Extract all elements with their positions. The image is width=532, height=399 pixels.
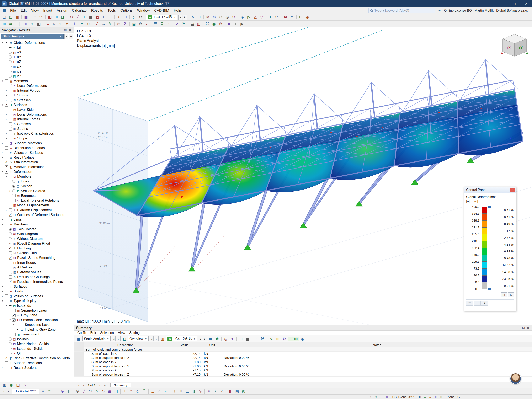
control-panel-header[interactable]: Control Panel ✕ xyxy=(464,187,516,193)
table-row[interactable]: Sum of support forces in Z-7.15kNDeviati… xyxy=(74,372,532,377)
background-layers-icon[interactable]: ▨ xyxy=(241,388,247,394)
workplane-status[interactable]: Plane: XY xyxy=(445,395,462,399)
table-row[interactable]: Sum of loads in Y-1.80kN xyxy=(74,360,532,364)
expand-icon[interactable]: ▸ xyxy=(5,123,8,125)
expand-icon[interactable]: ▸ xyxy=(1,151,4,154)
tree-item-gray-zone[interactable]: ∿Gray Zone xyxy=(0,313,74,317)
arc-tool-icon[interactable]: ◠ xyxy=(87,388,93,394)
new-model-icon[interactable]: ▢ xyxy=(1,14,7,20)
load-combinations-icon[interactable]: Ω xyxy=(159,21,165,27)
checkbox[interactable] xyxy=(8,99,12,102)
expand-icon[interactable]: ▸ xyxy=(5,118,8,120)
coordinate-z-icon[interactable]: Z xyxy=(219,388,225,394)
collapse-icon[interactable]: ▾ xyxy=(1,299,4,302)
menu-edit[interactable]: Edit xyxy=(18,7,29,13)
new-support-icon[interactable]: ⊥ xyxy=(101,14,107,20)
feedback-icon[interactable]: ≡ xyxy=(437,8,442,13)
radio-button[interactable] xyxy=(8,51,12,54)
checkbox[interactable] xyxy=(16,323,19,326)
checkbox[interactable] xyxy=(8,108,12,111)
result-tables-icon[interactable]: ⊞ xyxy=(196,14,202,20)
tree-item-strains[interactable]: ▸ΙStrains xyxy=(0,93,74,98)
units-settings-icon[interactable]: ⌘ xyxy=(260,336,266,342)
search-input[interactable] xyxy=(374,9,433,13)
checkbox[interactable] xyxy=(5,161,8,164)
expand-icon[interactable]: ▸ xyxy=(1,361,4,364)
first-workplane-button[interactable]: « xyxy=(1,389,6,393)
expand-icon[interactable]: ▸ xyxy=(5,94,8,97)
checkbox[interactable] xyxy=(8,256,12,260)
zoom-window-icon[interactable]: ⊠ xyxy=(205,14,211,20)
guidelines-icon[interactable]: ∥ xyxy=(16,21,22,27)
redo-icon[interactable]: ↷ xyxy=(38,14,44,20)
work-plane-status-icon[interactable]: ◧ xyxy=(417,395,422,399)
tree-item-solids[interactable]: ▸⊟Solids xyxy=(0,289,74,294)
tree-item-without-diagram[interactable]: ∿Without Diagram xyxy=(0,236,74,241)
checkbox[interactable] xyxy=(5,41,8,44)
table-section-row[interactable]: Sum of loads and sum of support forces xyxy=(74,348,532,352)
warnings-icon[interactable]: ⚑ xyxy=(181,21,187,27)
object-snap-status-icon[interactable]: ⊙ xyxy=(379,395,384,399)
menu-tools[interactable]: Tools xyxy=(105,7,118,13)
previous-view-icon[interactable]: ↺ xyxy=(231,14,237,20)
radio-button[interactable] xyxy=(8,60,12,63)
tree-item-hatching[interactable]: ΙHatching xyxy=(0,246,74,251)
checkbox[interactable] xyxy=(8,242,12,245)
print-table-icon[interactable]: ▤ xyxy=(244,336,250,342)
column-header-unit[interactable]: Unit xyxy=(203,342,222,347)
result-beam-icon[interactable]: Σ xyxy=(122,21,128,27)
new-surface-icon[interactable]: ▦ xyxy=(88,14,94,20)
radio-button[interactable] xyxy=(8,237,12,240)
color-scale-tab[interactable]: ☰ xyxy=(466,301,473,306)
dimensions-icon[interactable]: ↔ xyxy=(101,21,107,27)
plane-xz-status-icon[interactable]: ▱ xyxy=(428,395,433,399)
tree-item-values-on-surfaces[interactable]: ▸◩Values on Surfaces xyxy=(0,150,74,155)
radio-button[interactable] xyxy=(8,232,12,235)
model-viewport[interactable]: 29.49 m29.49 m30.00 m27.75 m27.00 m+X+Y … xyxy=(74,27,532,325)
plane-xy-status-icon[interactable]: ▭ xyxy=(423,395,427,399)
tree-item-local-deformations[interactable]: ▸∿Local Deformations xyxy=(0,83,74,88)
plane-yz-status-icon[interactable]: ▯ xyxy=(433,395,438,399)
filter-rows-icon[interactable]: ▼ xyxy=(229,336,235,342)
line-load-tool-icon[interactable]: ⇊ xyxy=(191,388,197,394)
units-and-decimals-icon[interactable]: ⌘ xyxy=(204,21,210,27)
summary-view-combo[interactable]: Overview ▼ xyxy=(128,336,149,342)
visibility-modes-icon[interactable]: ◉ xyxy=(304,14,310,20)
column-header-description[interactable]: Description xyxy=(84,342,167,347)
summary-menu-go-to[interactable]: Go To xyxy=(75,331,88,335)
checkbox[interactable] xyxy=(8,261,12,264)
scale-min-handle[interactable] xyxy=(488,288,491,290)
checkbox[interactable] xyxy=(8,113,12,116)
measure-icon[interactable]: ∠ xyxy=(94,21,100,27)
tree-item-distribution-of-loads[interactable]: ▸▤Distribution of Loads xyxy=(0,146,74,150)
node-tool-icon[interactable]: ⊙ xyxy=(74,388,80,394)
checkbox[interactable] xyxy=(8,89,12,92)
expand-icon[interactable]: ▸ xyxy=(5,89,8,92)
checkbox[interactable] xyxy=(5,357,8,360)
tree-item-mesh-nodes-solids[interactable]: ◩Mesh Nodes - Solids xyxy=(0,342,74,346)
tree-item-max-min-information[interactable]: ◧Max/Min Information xyxy=(0,165,74,169)
calculate-all-icon[interactable]: ∑ xyxy=(131,14,137,20)
table-row[interactable]: Sum of support forces in X22.14kNDeviati… xyxy=(74,356,532,360)
tree-item-global-deformations[interactable]: ▾▦Global Deformations xyxy=(0,40,74,45)
tree-item-with-diagram[interactable]: ▦With Diagram xyxy=(0,232,74,236)
load-cases-icon[interactable]: ☰ xyxy=(152,21,158,27)
tree-item-support-reactions[interactable]: ▸ΙSupport Reactions xyxy=(0,361,74,365)
new-load-icon[interactable]: ↓ xyxy=(107,14,113,20)
radio-button[interactable] xyxy=(8,337,12,341)
tree-item-u[interactable]: ∿|u| xyxy=(0,45,74,50)
tree-item-including-gray-zone[interactable]: ⊟Including Gray Zone xyxy=(0,327,74,332)
export-excel-icon[interactable]: ⊟ xyxy=(238,336,244,342)
float-panel-icon[interactable]: ◱ xyxy=(521,326,526,329)
object-snap-toggle-icon[interactable]: ⊙ xyxy=(59,388,65,394)
checkbox[interactable] xyxy=(12,199,16,202)
display-navigator-tab-icon[interactable]: ◉ xyxy=(8,382,14,387)
checkbox[interactable] xyxy=(12,194,16,197)
tree-item-plastic-stress-smoothing[interactable]: ◨Plastic Stress Smoothing xyxy=(0,255,74,260)
grid-settings-icon[interactable]: ⌗ xyxy=(23,21,29,27)
tree-item-local-deformations[interactable]: ▸◩Local Deformations xyxy=(0,112,74,117)
column-header-value[interactable]: Value xyxy=(167,342,203,347)
solid-display-icon[interactable]: ◘ xyxy=(289,14,295,20)
coordinate-system-status[interactable]: CS: Global XYZ xyxy=(391,395,416,399)
checkbox[interactable] xyxy=(8,275,12,279)
